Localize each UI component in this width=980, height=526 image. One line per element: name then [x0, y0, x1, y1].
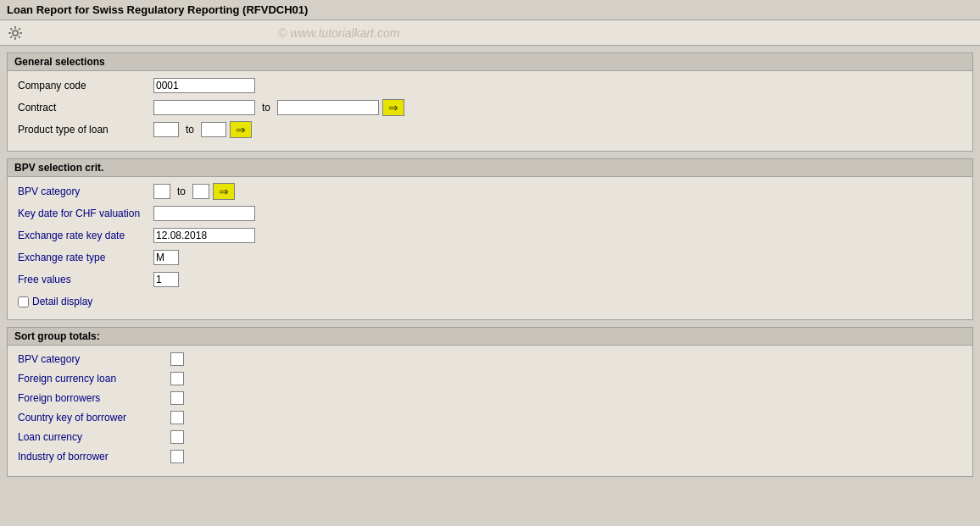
toolbar: © www.tutorialkart.com — [0, 20, 980, 46]
sort-country-key-row: Country key of borrower — [18, 409, 962, 426]
sort-country-key-checkbox[interactable] — [170, 411, 184, 424]
general-selections-header: General selections — [8, 53, 972, 71]
sort-country-key-label: Country key of borrower — [18, 412, 170, 424]
bpv-category-from-input[interactable] — [153, 184, 170, 199]
sort-bpv-category-label: BPV category — [18, 353, 170, 365]
sort-foreign-borrowers-checkbox[interactable] — [170, 391, 184, 405]
main-content: General selections Company code Contract… — [0, 46, 980, 490]
bpv-selection-body: BPV category to Key date for CHF valuati… — [8, 177, 972, 319]
sort-foreign-borrowers-label: Foreign borrowers — [18, 392, 170, 404]
sort-industry-borrower-label: Industry of borrower — [18, 451, 170, 462]
bpv-selection-section: BPV selection crit. BPV category to Key … — [7, 158, 973, 320]
sort-foreign-currency-checkbox[interactable] — [170, 372, 184, 385]
bpv-category-arrow-button[interactable] — [213, 183, 235, 200]
bpv-selection-header: BPV selection crit. — [8, 159, 972, 177]
contract-row: Contract to — [18, 98, 962, 117]
detail-display-row: Detail display — [18, 296, 962, 307]
company-code-input[interactable] — [153, 78, 255, 93]
detail-display-label: Detail display — [32, 296, 92, 307]
bpv-category-row: BPV category to — [18, 182, 962, 201]
company-code-row: Company code — [18, 76, 962, 95]
contract-label: Contract — [18, 102, 153, 114]
sort-foreign-borrowers-row: Foreign borrowers — [18, 390, 962, 407]
sort-loan-currency-row: Loan currency — [18, 429, 962, 446]
svg-point-0 — [13, 30, 18, 36]
page-title: Loan Report for Swiss Regulatory Reporti… — [7, 3, 308, 16]
key-date-chf-label: Key date for CHF valuation — [18, 208, 153, 219]
exchange-rate-type-label: Exchange rate type — [18, 252, 153, 263]
exchange-rate-key-date-input[interactable] — [153, 228, 255, 243]
sort-bpv-category-checkbox[interactable] — [170, 352, 184, 366]
product-type-to-label: to — [186, 124, 194, 136]
exchange-rate-type-row: Exchange rate type — [18, 248, 962, 267]
settings-icon[interactable] — [7, 25, 24, 42]
bpv-category-to-label: to — [177, 185, 186, 197]
bpv-category-label: BPV category — [18, 185, 153, 197]
product-type-to-input[interactable] — [201, 122, 226, 137]
sort-group-body: BPV category Foreign currency loan Forei… — [8, 346, 972, 476]
general-selections-body: Company code Contract to Product type of… — [8, 71, 972, 151]
detail-display-checkbox[interactable] — [18, 296, 29, 307]
sort-foreign-currency-row: Foreign currency loan — [18, 370, 962, 387]
sort-loan-currency-label: Loan currency — [18, 431, 170, 443]
free-values-input[interactable] — [153, 272, 179, 287]
product-type-from-input[interactable] — [153, 122, 179, 137]
contract-to-input[interactable] — [277, 100, 379, 115]
watermark: © www.tutorialkart.com — [278, 26, 399, 40]
bpv-category-to-input[interactable] — [192, 184, 209, 199]
contract-to-label: to — [262, 102, 270, 114]
sort-group-header: Sort group totals: — [8, 328, 972, 346]
product-type-arrow-button[interactable] — [230, 121, 252, 138]
contract-arrow-button[interactable] — [382, 99, 404, 116]
exchange-rate-type-input[interactable] — [153, 250, 179, 265]
sort-group-section: Sort group totals: BPV category Foreign … — [7, 327, 973, 477]
sort-foreign-currency-label: Foreign currency loan — [18, 373, 170, 385]
key-date-chf-row: Key date for CHF valuation — [18, 204, 962, 223]
contract-from-input[interactable] — [153, 100, 255, 115]
sort-industry-borrower-checkbox[interactable] — [170, 450, 184, 463]
free-values-label: Free values — [18, 274, 153, 285]
product-type-label: Product type of loan — [18, 124, 153, 136]
company-code-label: Company code — [18, 80, 153, 91]
free-values-row: Free values — [18, 270, 962, 289]
sort-loan-currency-checkbox[interactable] — [170, 430, 184, 444]
sort-industry-borrower-row: Industry of borrower — [18, 448, 962, 465]
title-bar: Loan Report for Swiss Regulatory Reporti… — [0, 0, 980, 20]
exchange-rate-key-date-row: Exchange rate key date — [18, 226, 962, 245]
exchange-rate-key-date-label: Exchange rate key date — [18, 230, 153, 241]
general-selections-section: General selections Company code Contract… — [7, 53, 973, 152]
key-date-chf-input[interactable] — [153, 206, 255, 221]
product-type-row: Product type of loan to — [18, 120, 962, 139]
sort-bpv-category-row: BPV category — [18, 351, 962, 368]
